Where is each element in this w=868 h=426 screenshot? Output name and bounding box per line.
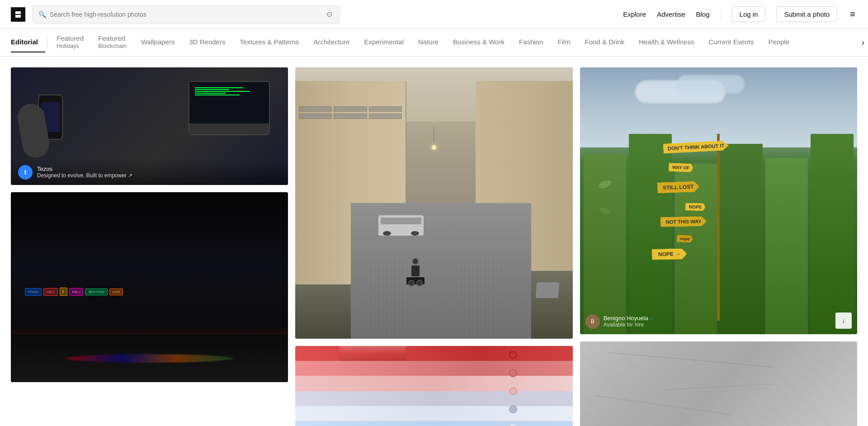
ad-overlay: t Tezos Designed to evolve. Built to emp… [11, 160, 288, 185]
submit-photo-button[interactable]: Submit a photo [776, 6, 837, 22]
download-button[interactable]: ↓ [835, 312, 852, 329]
tab-featured-blockchain[interactable]: Featured Blockchain [91, 29, 134, 56]
tab-featured-holidays[interactable]: Featured Holidays [49, 29, 91, 56]
rome-street-photo[interactable] [295, 67, 572, 339]
verified-icon: ✓ [650, 315, 654, 322]
tab-editorial[interactable]: Editorial [11, 33, 45, 52]
tab-experimental[interactable]: Experimental [357, 33, 411, 52]
tab-3d-renders[interactable]: 3D Renders [182, 33, 232, 52]
tab-current-events[interactable]: Current Events [701, 33, 761, 52]
search-bar: 🔍 ⊙ [33, 5, 340, 24]
header-nav: Explore Advertise Blog Log in Submit a p… [623, 6, 857, 22]
tab-separator [47, 35, 47, 50]
author-info: B Benigno Hoyuela ✓ Available for hire [585, 314, 655, 329]
nav-scroll-right-button[interactable]: › [858, 34, 868, 51]
tab-business-work[interactable]: Business & Work [446, 33, 512, 52]
header: 🔍 ⊙ Explore Advertise Blog Log in Submit… [0, 0, 868, 29]
tab-wallpapers[interactable]: Wallpapers [134, 33, 182, 52]
tab-nature[interactable]: Nature [411, 33, 446, 52]
svg-rect-0 [11, 7, 25, 22]
search-input[interactable] [50, 11, 321, 18]
main-content: t Tezos Designed to evolve. Built to emp… [0, 57, 868, 426]
ad-subtitle: Designed to evolve. Built to empower ↗ [37, 172, 132, 179]
login-button[interactable]: Log in [732, 6, 766, 22]
photo-col-1: t Tezos Designed to evolve. Built to emp… [11, 67, 288, 382]
hamburger-menu-button[interactable]: ≡ [848, 7, 857, 21]
ad-name: Tezos [37, 166, 132, 172]
photo-col-3: ♡ + [580, 67, 857, 426]
photo-grid: t Tezos Designed to evolve. Built to emp… [11, 67, 857, 426]
tab-health-wellness[interactable]: Health & Wellness [632, 33, 701, 52]
search-icon: 🔍 [38, 11, 46, 18]
ad-avatar: t [18, 165, 33, 180]
category-nav: Editorial Featured Holidays Featured Blo… [0, 29, 868, 57]
neon-city-photo[interactable]: FOOD DELI 5 DELI SEA FOOD CATE [11, 192, 288, 382]
fabric-rolls-photo[interactable] [295, 346, 572, 426]
tab-architecture[interactable]: Architecture [306, 33, 357, 52]
tab-food-drink[interactable]: Food & Drink [578, 33, 632, 52]
tab-film[interactable]: Film [550, 33, 577, 52]
concrete-photo[interactable] [580, 341, 857, 426]
author-subtitle: Available for hire [604, 322, 655, 328]
signs-cornfield-photo[interactable]: ♡ + [580, 67, 857, 334]
visual-search-button[interactable]: ⊙ [325, 8, 334, 20]
ad-text: Tezos Designed to evolve. Built to empow… [37, 166, 132, 179]
author-details: Benigno Hoyuela ✓ Available for hire [604, 315, 655, 328]
advertise-link[interactable]: Advertise [657, 10, 685, 18]
author-name: Benigno Hoyuela ✓ [604, 315, 655, 322]
tab-textures-patterns[interactable]: Textures & Patterns [232, 33, 306, 52]
tezos-ad-card[interactable]: t Tezos Designed to evolve. Built to emp… [11, 67, 288, 185]
blog-link[interactable]: Blog [696, 10, 710, 18]
photo-col-2 [295, 67, 572, 426]
tab-fashion[interactable]: Fashion [512, 33, 550, 52]
nav-divider [721, 9, 721, 20]
author-avatar: B [585, 314, 600, 329]
tab-people[interactable]: People [761, 33, 797, 52]
unsplash-logo[interactable] [11, 7, 25, 22]
explore-link[interactable]: Explore [623, 10, 646, 18]
